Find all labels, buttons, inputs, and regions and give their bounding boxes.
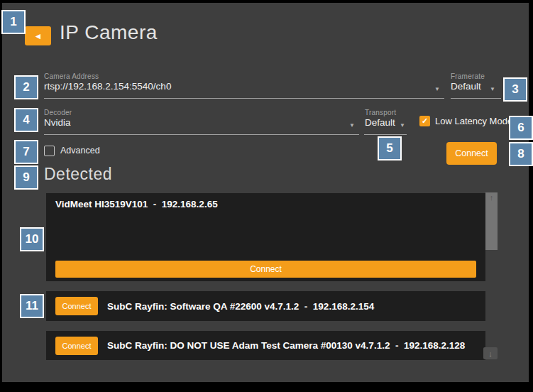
camera-name: SubC Rayfin: Software QA #22600 v4.7.1.2… — [107, 301, 374, 312]
annotation-badge: 5 — [378, 136, 402, 160]
annotation-badge: 9 — [14, 165, 38, 190]
detected-camera-card: VidMeet HI3519V101 - 192.168.2.65 Connec… — [46, 193, 485, 281]
checkmark-icon: ✓ — [422, 117, 428, 125]
camera-name: VidMeet HI3519V101 - 192.168.2.65 — [55, 199, 218, 209]
back-arrow-icon: ◄ — [34, 32, 43, 40]
low-latency-checkbox[interactable]: ✓ — [419, 116, 430, 126]
camera-connect-button[interactable]: Connect — [55, 337, 98, 355]
framerate-underline — [451, 98, 501, 99]
annotation-badge: 11 — [20, 294, 44, 318]
annotation-badge: 10 — [20, 227, 44, 251]
framerate-dropdown-icon[interactable]: ▼ — [490, 86, 495, 92]
advanced-label: Advanced — [60, 146, 100, 156]
decoder-label: Decoder — [44, 109, 72, 116]
transport-dropdown-icon[interactable]: ▼ — [400, 122, 405, 129]
connect-button[interactable]: Connect — [446, 142, 497, 165]
ip-camera-panel — [2, 3, 529, 382]
camera-connect-button[interactable]: Connect — [55, 261, 476, 278]
detected-camera-card: Connect SubC Rayfin: Software QA #22600 … — [46, 291, 485, 321]
transport-select[interactable]: Default — [365, 117, 395, 128]
page-title: IP Camera — [60, 21, 158, 44]
annotation-badge: 7 — [14, 140, 38, 164]
transport-label: Transport — [365, 109, 396, 116]
scroll-up-icon[interactable]: ↑ — [485, 193, 498, 202]
scroll-down-icon: ↓ — [488, 349, 493, 358]
scroll-down-button[interactable]: ↓ — [483, 347, 498, 359]
app-window: ◄ IP Camera Camera Address ▼ Framerate D… — [0, 0, 533, 392]
framerate-label: Framerate — [451, 72, 485, 80]
decoder-select[interactable]: Nvidia — [44, 117, 328, 128]
framerate-select[interactable]: Default — [451, 81, 481, 92]
advanced-checkbox[interactable] — [44, 146, 55, 156]
annotation-badge: 6 — [509, 116, 533, 140]
annotation-badge: 2 — [14, 75, 38, 99]
camera-address-underline — [44, 98, 444, 99]
transport-underline — [364, 134, 407, 135]
decoder-underline — [44, 134, 359, 135]
annotation-badge: 1 — [1, 10, 26, 34]
camera-name: SubC Rayfin: DO NOT USE Adam Test Camera… — [107, 340, 465, 351]
detected-camera-card: Connect SubC Rayfin: DO NOT USE Adam Tes… — [46, 331, 485, 360]
camera-connect-button[interactable]: Connect — [55, 297, 98, 315]
camera-address-input[interactable] — [44, 81, 427, 92]
back-button[interactable]: ◄ — [25, 26, 51, 45]
camera-address-dropdown-icon[interactable]: ▼ — [434, 86, 440, 92]
annotation-badge: 3 — [503, 77, 527, 102]
annotation-badge: 4 — [14, 108, 38, 132]
camera-address-label: Camera Address — [44, 72, 99, 80]
annotation-badge: 8 — [509, 142, 533, 166]
low-latency-label: Low Latency Mode — [435, 116, 512, 126]
detected-heading: Detected — [44, 165, 112, 184]
decoder-dropdown-icon[interactable]: ▼ — [349, 122, 355, 129]
